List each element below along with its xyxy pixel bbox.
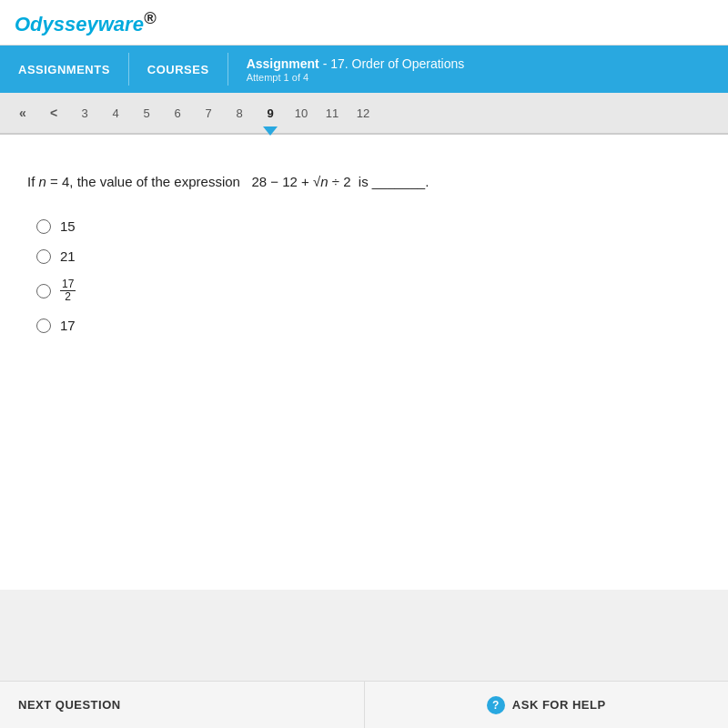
- variable-n: n: [39, 174, 46, 189]
- assignments-label: ASSIGNMENTS: [18, 63, 110, 76]
- answer-option-17[interactable]: 17: [36, 318, 701, 333]
- q-num-11[interactable]: 11: [318, 99, 346, 126]
- help-icon: ?: [487, 696, 505, 714]
- radio-17[interactable]: [36, 318, 51, 333]
- radio-15[interactable]: [36, 219, 51, 234]
- double-back-icon: «: [19, 106, 26, 120]
- answer-label-15: 15: [60, 218, 76, 234]
- radio-21[interactable]: [36, 249, 51, 264]
- courses-label: COURSES: [147, 63, 209, 76]
- answer-options: 15 21 17 2 17: [27, 218, 701, 333]
- fraction-denominator: 2: [63, 291, 73, 303]
- fraction-17-2: 17 2: [60, 278, 76, 303]
- help-icon-symbol: ?: [492, 699, 500, 712]
- ask-for-help-button[interactable]: ? ASK FOR HELP: [487, 696, 606, 714]
- q-num-8[interactable]: 8: [226, 99, 253, 126]
- answer-label-17: 17: [60, 318, 76, 333]
- assignment-subtitle: - 17. Order of Operations: [319, 56, 465, 71]
- courses-nav[interactable]: COURSES: [129, 46, 228, 93]
- q-num-10[interactable]: 10: [288, 99, 315, 126]
- answer-option-21[interactable]: 21: [36, 248, 701, 264]
- logo-text: Odysseyware: [15, 13, 144, 35]
- fraction-numerator: 17: [60, 278, 76, 291]
- answer-option-fraction[interactable]: 17 2: [36, 278, 701, 303]
- q-num-6[interactable]: 6: [164, 99, 191, 126]
- answer-label-21: 21: [60, 248, 76, 264]
- main-content: If n = 4, the value of the expression 28…: [0, 135, 728, 590]
- back-btn[interactable]: <: [40, 99, 67, 126]
- next-question-label: NEXT QUESTION: [18, 698, 121, 712]
- radio-fraction[interactable]: [36, 284, 51, 298]
- footer-right: ? ASK FOR HELP: [365, 682, 729, 728]
- answer-label-fraction: 17 2: [60, 278, 76, 303]
- q-num-5[interactable]: 5: [133, 99, 160, 126]
- question-text: If n = 4, the value of the expression 28…: [27, 171, 701, 193]
- question-nav-bar: « < 3 4 5 6 7 8 9 10 11 12: [0, 93, 728, 135]
- assignment-info: Assignment - 17. Order of Operations Att…: [228, 46, 483, 93]
- logo-registered: ®: [144, 8, 157, 27]
- top-header: Odysseyware®: [0, 0, 728, 46]
- q-num-3[interactable]: 3: [71, 99, 98, 126]
- nav-bar: ASSIGNMENTS COURSES Assignment - 17. Ord…: [0, 46, 728, 93]
- footer-left: NEXT QUESTION: [0, 682, 365, 728]
- double-back-btn[interactable]: «: [9, 99, 36, 126]
- answer-option-15[interactable]: 15: [36, 218, 701, 234]
- q-num-7[interactable]: 7: [195, 99, 222, 126]
- assignments-nav[interactable]: ASSIGNMENTS: [0, 46, 128, 93]
- ask-help-label: ASK FOR HELP: [512, 698, 606, 712]
- q-num-12[interactable]: 12: [349, 99, 377, 126]
- sqrt-expr: √n: [313, 174, 329, 189]
- back-icon: <: [50, 106, 57, 120]
- attempt-label: Attempt 1 of 4: [247, 72, 465, 83]
- assignment-label: Assignment: [247, 56, 319, 71]
- footer: NEXT QUESTION ? ASK FOR HELP: [0, 681, 728, 728]
- logo: Odysseyware®: [15, 8, 156, 36]
- next-question-button[interactable]: NEXT QUESTION: [18, 698, 121, 712]
- assignment-title-line: Assignment - 17. Order of Operations: [247, 56, 465, 72]
- q-num-4[interactable]: 4: [102, 99, 129, 126]
- q-num-9[interactable]: 9: [257, 99, 284, 126]
